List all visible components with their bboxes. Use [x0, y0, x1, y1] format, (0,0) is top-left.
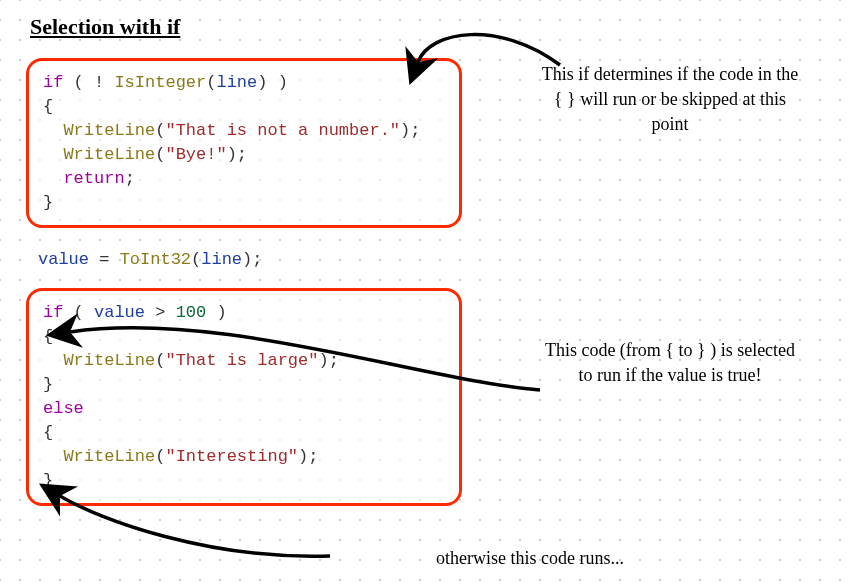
code-block-1-line: WriteLine("Bye!");	[43, 143, 445, 167]
code-token: >	[145, 303, 176, 322]
code-token: )	[206, 303, 226, 322]
code-block-1-line: }	[43, 191, 445, 215]
code-free-line: value = ToInt32(line);	[38, 248, 262, 272]
code-token: );	[318, 351, 338, 370]
code-token: );	[242, 250, 262, 269]
code-block-2-line: if ( value > 100 )	[43, 301, 445, 325]
code-token: =	[89, 250, 120, 269]
code-token: return	[63, 169, 124, 188]
code-block-1-line: {	[43, 95, 445, 119]
code-token	[43, 145, 63, 164]
code-token: WriteLine	[63, 351, 155, 370]
code-block-2-line: else	[43, 397, 445, 421]
code-block-2-line: {	[43, 421, 445, 445]
code-token: "Bye!"	[165, 145, 226, 164]
code-token: }	[43, 375, 53, 394]
code-token	[43, 121, 63, 140]
code-token: if	[43, 303, 63, 322]
code-token: );	[298, 447, 318, 466]
code-block-1-line: return;	[43, 167, 445, 191]
code-token: (	[155, 145, 165, 164]
code-token: IsInteger	[114, 73, 206, 92]
code-token: ) )	[257, 73, 288, 92]
code-block-2-line: WriteLine("Interesting");	[43, 445, 445, 469]
code-token: WriteLine	[63, 121, 155, 140]
code-token: else	[43, 399, 84, 418]
code-token: {	[43, 97, 53, 116]
code-block-2: if ( value > 100 ){ WriteLine("That is l…	[26, 288, 462, 506]
code-token	[43, 169, 63, 188]
code-token: 100	[176, 303, 207, 322]
code-token	[43, 447, 63, 466]
code-token: ( !	[63, 73, 114, 92]
code-token: {	[43, 423, 53, 442]
code-token: (	[155, 447, 165, 466]
code-token: );	[400, 121, 420, 140]
code-token: }	[43, 193, 53, 212]
code-block-1: if ( ! IsInteger(line) ){ WriteLine("Tha…	[26, 58, 462, 228]
code-block-1-line: if ( ! IsInteger(line) )	[43, 71, 445, 95]
code-block-2-line: WriteLine("That is large");	[43, 349, 445, 373]
code-block-2-line: }	[43, 469, 445, 493]
code-token: "That is large"	[165, 351, 318, 370]
annotation-3: otherwise this code runs...	[330, 546, 730, 571]
annotation-1: This if determines if the code in the { …	[540, 62, 800, 138]
code-token: (	[206, 73, 216, 92]
code-token: );	[227, 145, 247, 164]
code-token: line	[216, 73, 257, 92]
code-free: value = ToInt32(line);	[38, 248, 262, 272]
code-block-2-line: }	[43, 373, 445, 397]
code-token: WriteLine	[63, 145, 155, 164]
code-token: (	[191, 250, 201, 269]
annotation-2: This code (from { to } ) is selected to …	[540, 338, 800, 388]
code-block-1-line: WriteLine("That is not a number.");	[43, 119, 445, 143]
code-token: {	[43, 327, 53, 346]
code-token: value	[38, 250, 89, 269]
code-token	[43, 351, 63, 370]
code-token: "Interesting"	[165, 447, 298, 466]
code-block-2-line: {	[43, 325, 445, 349]
code-token: ;	[125, 169, 135, 188]
code-token: (	[155, 351, 165, 370]
code-token: }	[43, 471, 53, 490]
code-token: line	[201, 250, 242, 269]
code-token: if	[43, 73, 63, 92]
code-token: (	[63, 303, 94, 322]
page-title: Selection with if	[30, 14, 180, 40]
code-token: value	[94, 303, 145, 322]
code-token: "That is not a number."	[165, 121, 400, 140]
code-token: (	[155, 121, 165, 140]
code-token: WriteLine	[63, 447, 155, 466]
code-token: ToInt32	[120, 250, 191, 269]
